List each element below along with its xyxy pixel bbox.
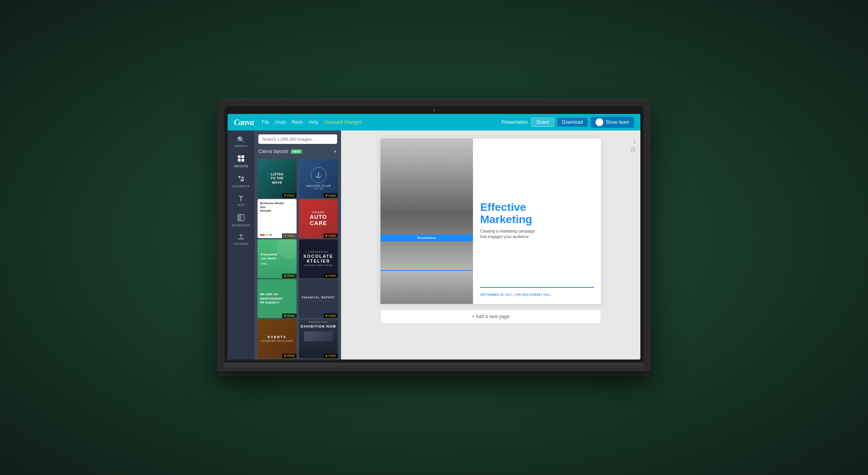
layouts-header: Canva layouts NEW ▼ [254, 146, 341, 156]
svg-rect-12 [380, 138, 473, 304]
template-lifehacks[interactable]: 5 EssentialLife Hacks FREE ♛FREE [258, 239, 297, 278]
crown-icon: ♛ [325, 194, 328, 197]
svg-rect-8 [238, 214, 241, 221]
text-icon: T [239, 195, 243, 202]
svg-rect-1 [241, 155, 244, 158]
toolbar: Canva File Undo Redo Help Unsaved change… [228, 114, 640, 130]
canva-app: Canva File Undo Redo Help Unsaved change… [228, 114, 640, 359]
slide-bottom-divider [480, 287, 594, 288]
crown-icon: ♛ [325, 314, 328, 317]
svg-line-14 [380, 218, 473, 224]
template-financial[interactable]: FINANCIAL REPORT ♛FREE [299, 279, 338, 318]
sidebar-uploads-label: UPLOADS [234, 242, 249, 246]
camera [433, 109, 435, 112]
template-autocare-preview: HAAGE AUTOCARE [299, 199, 338, 238]
template-financial-preview: FINANCIAL REPORT [299, 279, 338, 318]
svg-point-13 [380, 151, 473, 228]
crown-icon: ♛ [325, 234, 328, 237]
template-events[interactable]: EVENTS CATERING PACKAGES ♛FREE [258, 319, 297, 358]
toolbar-right: Presentation Share Download Show team [501, 117, 634, 128]
template-business[interactable]: Business ModelthisDecade ♛FREE [258, 199, 297, 238]
template-autocare-badge: ♛FREE [323, 233, 338, 238]
duplicate-icon[interactable] [630, 147, 636, 153]
new-badge: NEW [291, 149, 302, 154]
layouts-dropdown-arrow[interactable]: ▼ [333, 149, 337, 154]
share-button[interactable]: Share [531, 117, 554, 127]
toolbar-nav: File Undo Redo Help Unsaved changes [262, 119, 362, 125]
template-business-badge: ♛FREE [282, 233, 297, 238]
search-bar-area [254, 130, 341, 146]
template-nocolate[interactable]: PRESENTING XOCOLATEATELIER ARTISAN CONFE… [299, 239, 338, 278]
background-icon [237, 214, 245, 222]
template-nocolate-preview: PRESENTING XOCOLATEATELIER ARTISAN CONFE… [299, 239, 338, 278]
slide-content-column: Effective Marketing Creating a marketing… [473, 138, 601, 304]
unsaved-indicator: Unsaved changes [324, 119, 362, 125]
template-listen-preview: LISTENTO THEWAVE [258, 159, 297, 198]
slide-image-column: Presentation [380, 138, 473, 304]
template-sailors-preview: ⚓ SAILORS CLUB EST. 88 [299, 159, 338, 198]
slide-tag-overlay: Presentation [380, 235, 473, 241]
left-panel: Canva layouts NEW ▼ LISTENTO THEWAVE [254, 130, 341, 359]
laptop-bottom [217, 371, 651, 376]
laptop-wrapper: Canva File Undo Redo Help Unsaved change… [217, 99, 651, 376]
search-input[interactable] [258, 134, 337, 144]
show-team-button[interactable]: Show team [591, 117, 634, 128]
sidebar-item-search[interactable]: 🔍 SEARCH [228, 134, 254, 151]
sidebar-item-text[interactable]: T TEXT [228, 192, 254, 210]
template-exhibition-preview: PRESENTING EXHIBITION NOW [299, 319, 338, 358]
sidebar-item-elements[interactable]: ELEMENTS [228, 172, 254, 191]
svg-rect-10 [631, 149, 634, 152]
template-pragency-preview: WE ARE ANINDEPENDENTPR AGENCY! [258, 279, 297, 318]
template-business-preview: Business ModelthisDecade [258, 199, 297, 238]
page-number: 1 [633, 139, 636, 144]
add-page-button[interactable]: + Add a new page [380, 309, 601, 324]
undo-button[interactable]: Undo [275, 119, 286, 125]
redo-button[interactable]: Redo [292, 119, 303, 125]
crown-icon: ♛ [284, 194, 286, 197]
template-exhibition[interactable]: PRESENTING EXHIBITION NOW ♛FREE [299, 319, 338, 358]
slide-blue-divider [380, 270, 473, 271]
sidebar-item-layouts[interactable]: LAYOUTS [228, 152, 254, 171]
crown-icon: ♛ [284, 354, 286, 358]
slide-subtitle: Creating a marketing campaignthat engage… [480, 229, 594, 240]
template-sailors[interactable]: ⚓ SAILORS CLUB EST. 88 ♛FREE [299, 159, 338, 198]
crown-icon: ♛ [284, 234, 286, 237]
uploads-icon [237, 234, 245, 241]
template-autocare[interactable]: HAAGE AUTOCARE ♛FREE [299, 199, 338, 238]
svg-point-4 [238, 176, 241, 178]
main-content: 🔍 SEARCH LAYOUTS [228, 130, 640, 359]
template-lifehacks-badge: ♛FREE [282, 274, 297, 278]
sidebar-elements-label: ELEMENTS [232, 184, 249, 188]
canva-logo: Canva [234, 118, 254, 127]
slide-title: Effective Marketing [480, 201, 594, 226]
svg-rect-0 [238, 155, 241, 158]
presentation-slide: Presentation Effective [380, 138, 601, 304]
template-listen[interactable]: LISTENTO THEWAVE ♛FREE [258, 159, 297, 198]
canvas-area: 1 [341, 130, 640, 359]
template-financial-badge: ♛FREE [323, 313, 338, 318]
template-nocolate-badge: ♛FREE [323, 274, 338, 278]
svg-rect-2 [238, 159, 241, 162]
svg-rect-3 [241, 159, 244, 162]
laptop-base [224, 363, 644, 371]
crown-icon: ♛ [284, 314, 286, 317]
template-pragency-badge: ♛FREE [282, 313, 297, 318]
sidebar-item-background[interactable]: BKGROUND [228, 211, 254, 230]
template-exhibition-badge: ♛FREE [323, 354, 338, 358]
slide-background-image [380, 138, 473, 304]
template-pragency[interactable]: WE ARE ANINDEPENDENTPR AGENCY! ♛FREE [258, 279, 297, 318]
download-button[interactable]: Download [557, 118, 588, 127]
file-menu[interactable]: File [262, 119, 269, 125]
presentation-label: Presentation [501, 119, 528, 125]
svg-marker-5 [241, 176, 244, 179]
app-screen: Canva File Undo Redo Help Unsaved change… [228, 114, 640, 359]
sidebar-search-label: SEARCH [234, 144, 247, 148]
layouts-label: Canva layouts [258, 149, 288, 154]
help-menu[interactable]: Help [309, 119, 319, 125]
sidebar-bkground-label: BKGROUND [232, 224, 250, 227]
screen-bezel: Canva File Undo Redo Help Unsaved change… [224, 106, 644, 362]
slide-date: SEPTEMBER 15, 2017 | THE BEN DORSEY HALL [480, 293, 594, 298]
sidebar-item-uploads[interactable]: UPLOADS [228, 231, 254, 249]
crown-icon: ♛ [325, 274, 328, 278]
elements-icon [237, 175, 245, 183]
